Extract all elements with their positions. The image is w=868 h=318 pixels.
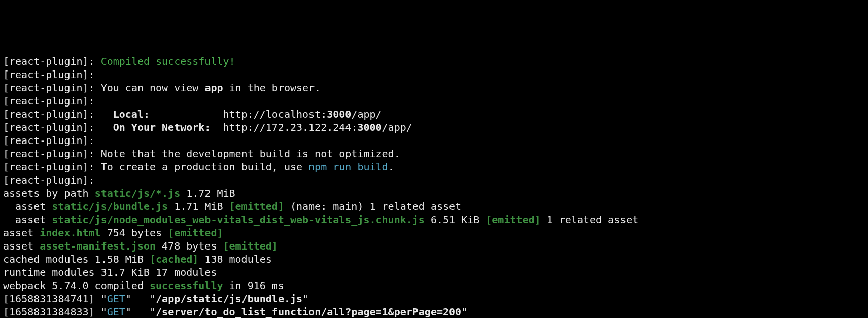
log-line: [react-plugin]: Local: http://localhost:… xyxy=(3,108,382,120)
log-line: [react-plugin]: To create a production b… xyxy=(3,161,394,173)
log-line: asset asset-manifest.json 478 bytes [emi… xyxy=(3,240,278,252)
log-line: [react-plugin]: On Your Network: http://… xyxy=(3,121,412,133)
log-line: [react-plugin]: Note that the developmen… xyxy=(3,148,400,160)
log-line: [react-plugin]: xyxy=(3,134,95,147)
log-line: asset static/js/node_modules_web-vitals_… xyxy=(3,214,638,226)
log-line: [react-plugin]: xyxy=(3,68,95,81)
log-line: cached modules 1.58 MiB [cached] 138 mod… xyxy=(3,253,272,265)
log-line: [react-plugin]: Compiled successfully! xyxy=(3,55,235,67)
request-log-line: [1658831384741] "GET" "/app/static/js/bu… xyxy=(3,293,308,305)
log-line: [react-plugin]: xyxy=(3,95,95,107)
log-line: assets by path static/js/*.js 1.72 MiB xyxy=(3,187,235,199)
log-line: asset static/js/bundle.js 1.71 MiB [emit… xyxy=(3,200,461,213)
request-log-line: [1658831384833] "GET" "/server/to_do_lis… xyxy=(3,306,467,318)
log-line: webpack 5.74.0 compiled successfully in … xyxy=(3,279,284,292)
log-line: runtime modules 31.7 KiB 17 modules xyxy=(3,266,217,278)
terminal-output[interactable]: [react-plugin]: Compiled successfully! [… xyxy=(3,55,865,318)
log-line: [react-plugin]: You can now view app in … xyxy=(3,82,321,94)
log-line: asset index.html 754 bytes [emitted] xyxy=(3,227,223,239)
log-line: [react-plugin]: xyxy=(3,174,95,186)
